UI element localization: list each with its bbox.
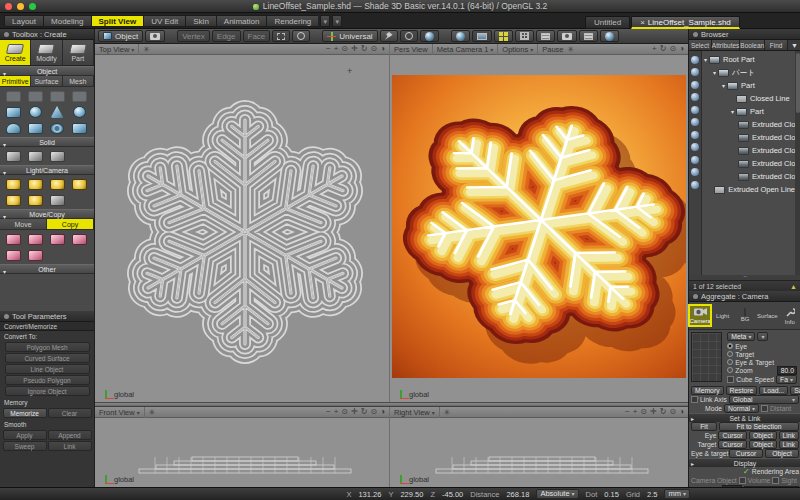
document-tab-1[interactable]: ×LineOffset_Sample.shd (631, 16, 740, 29)
mirror-tool-button[interactable] (2, 247, 24, 263)
section-other[interactable]: ▾Other (0, 264, 94, 274)
workspace-tab-uv-edit[interactable]: UV Edit (143, 15, 185, 27)
tool-parameters-header[interactable]: Tool Parameters (0, 311, 94, 322)
pers-view-canvas[interactable] (392, 75, 686, 378)
zoom-out-icon[interactable]: − (625, 407, 630, 417)
memory-button[interactable]: Memory ▾ (691, 386, 724, 395)
expand-icon[interactable]: ▾ (729, 108, 736, 115)
pause-button[interactable]: Pause (542, 45, 563, 54)
rotate-copy-tool-button[interactable] (24, 231, 46, 247)
area-light-tool-button[interactable] (24, 192, 46, 208)
solid-intersect-tool-button[interactable] (46, 148, 68, 164)
cylinder-tool-button[interactable] (2, 120, 24, 136)
browser-tab-boolean[interactable]: Boolean (740, 40, 765, 50)
sphere-tool-button[interactable] (24, 104, 46, 120)
tree-item-9[interactable]: Extruded Closed (702, 170, 795, 183)
document-tab-0[interactable]: Untitled (585, 16, 630, 29)
link-button[interactable]: Link (48, 441, 92, 451)
aggregate-tab-info[interactable]: Info (780, 306, 800, 326)
aggregate-header[interactable]: Aggregate : Camera (689, 291, 800, 302)
visibility-toggle[interactable] (691, 131, 699, 139)
pan-icon[interactable]: ✛ (351, 44, 358, 54)
shading-icon[interactable]: ◑ (380, 44, 385, 54)
viewport-right[interactable]: Right View▾ ✳ − + ⊙ ✛ ↻ ⊙ ◑ global (390, 407, 688, 487)
zoom-lens-icon[interactable]: ⊙ (640, 407, 647, 417)
zoom-out-icon[interactable]: − (326, 44, 331, 54)
browser-tab-find[interactable]: Find (765, 40, 788, 50)
workspace-tab-rendering[interactable]: Rendering (266, 15, 318, 27)
tree-item-0[interactable]: ▾Root Part (702, 53, 795, 66)
camera-select-dropdown[interactable]: Meta Camera 1▾ (437, 44, 499, 55)
link-axis-dropdown[interactable]: Global▾ (729, 395, 799, 404)
point-light-tool-button[interactable] (2, 176, 24, 192)
top-view-canvas[interactable] (95, 44, 389, 402)
tree-item-10[interactable]: Extruded Open Line (702, 183, 795, 196)
curve-tool-button[interactable] (2, 88, 24, 104)
apply-button[interactable]: Apply (3, 430, 47, 440)
object-mode-button[interactable]: Object (98, 30, 143, 42)
view-settings-gear-icon[interactable]: ✳ (444, 408, 451, 417)
section-move-copy[interactable]: ▾Move/Copy (0, 209, 94, 219)
magnify-icon[interactable]: ⊙ (669, 407, 676, 417)
convert-pseudo-polygon-button[interactable]: Pseudo Polygon (5, 375, 90, 385)
toolbox-mode-part[interactable]: Part (63, 40, 94, 65)
zoom-in-icon[interactable]: + (633, 407, 638, 417)
rotate-view-icon[interactable]: ↻ (361, 407, 368, 417)
aggregate-tab-light[interactable]: Light (713, 311, 733, 320)
close-tab-icon[interactable]: × (640, 18, 645, 27)
view-settings-gear-icon[interactable]: ✳ (149, 408, 156, 417)
solid-subtract-tool-button[interactable] (24, 148, 46, 164)
meta-sub-dropdown[interactable]: ▾ (757, 332, 768, 341)
object-tab-mesh[interactable]: Mesh (63, 76, 94, 86)
tree-item-3[interactable]: Closed Line (702, 92, 795, 105)
distant-light-tool-button[interactable] (46, 176, 68, 192)
meta-dropdown[interactable]: Meta▾ (727, 332, 755, 341)
zoom-radio[interactable] (727, 367, 733, 373)
sphere-preview-button[interactable] (600, 30, 619, 42)
visibility-toggle[interactable] (691, 56, 699, 64)
convert-ignore-object-button[interactable]: Ignore Object (5, 386, 90, 396)
toolbox-mode-create[interactable]: Create (0, 40, 31, 65)
workspace-tab-split-view[interactable]: Split View (91, 15, 144, 27)
toolbox-mode-modify[interactable]: Modify (31, 40, 62, 65)
object-button[interactable]: Object (749, 431, 777, 440)
convert-line-object-button[interactable]: Line Object (5, 364, 90, 374)
linear-light-tool-button[interactable] (2, 192, 24, 208)
tree-item-1[interactable]: ▾パート (702, 66, 795, 79)
render-preview-button[interactable] (451, 30, 470, 42)
aggregate-tab-surface[interactable]: Surface (757, 311, 777, 320)
table-button[interactable] (536, 30, 555, 42)
tree-item-2[interactable]: ▾Part (702, 79, 795, 92)
eye---target-radio[interactable] (727, 359, 733, 365)
polyline-tool-button[interactable] (24, 88, 46, 104)
numeric-panel-button[interactable] (579, 30, 598, 42)
array-copy-tool-button[interactable] (24, 247, 46, 263)
expand-icon[interactable]: ▾ (702, 56, 709, 63)
shading-icon[interactable]: ◑ (679, 44, 684, 54)
eye-radio[interactable] (727, 343, 733, 349)
link-axis-checkbox[interactable] (691, 396, 698, 403)
cursor-button[interactable]: Cursor (729, 449, 763, 458)
ambient-light-tool-button[interactable] (68, 176, 90, 192)
view-settings-gear-icon[interactable]: ✳ (568, 45, 575, 54)
shading-icon[interactable]: ◑ (679, 407, 684, 417)
zoom-out-icon[interactable]: − (326, 407, 331, 417)
right-view-canvas[interactable] (390, 407, 688, 487)
coordinate-mode-dropdown[interactable]: Absolute▾ (536, 489, 578, 499)
visibility-toggle[interactable] (691, 81, 699, 89)
visibility-toggle[interactable] (691, 106, 699, 114)
workspace-tab-animation[interactable]: Animation (216, 15, 267, 27)
options-dropdown[interactable]: Options▾ (502, 44, 538, 55)
volume-checkbox[interactable] (739, 477, 746, 484)
grid-toggle-button[interactable] (515, 30, 534, 42)
viewport-top[interactable]: Top View▾ ✳ − + ⊙ ✛ ↻ ⊙ ◑ + global (95, 44, 389, 402)
workspace-tab-layout[interactable]: Layout (4, 15, 43, 27)
zoom-lens-icon[interactable]: ⊙ (341, 407, 348, 417)
edge-mode-button[interactable]: Edge (212, 30, 241, 42)
tree-item-7[interactable]: Extruded Closed (702, 144, 795, 157)
tree-item-4[interactable]: ▾Part (702, 105, 795, 118)
section-solid[interactable]: ▾Solid (0, 137, 94, 147)
visibility-toggle[interactable] (691, 168, 699, 176)
zoom-value-input[interactable]: 80.0 (777, 366, 797, 375)
sight-checkbox[interactable] (772, 477, 779, 484)
